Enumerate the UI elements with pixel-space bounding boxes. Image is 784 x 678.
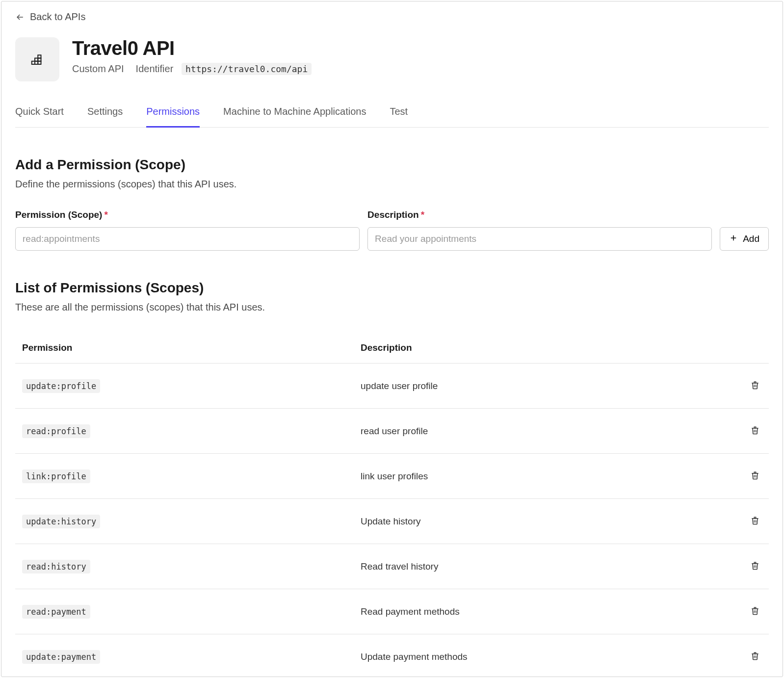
permission-description-value: Read travel history	[361, 561, 438, 572]
list-permissions-title: List of Permissions (Scopes)	[15, 280, 769, 296]
delete-button[interactable]	[748, 423, 762, 439]
back-link[interactable]: Back to APIs	[15, 11, 769, 23]
permission-scope-value: read:history	[22, 560, 90, 574]
trash-icon	[750, 520, 760, 527]
permission-scope-value: link:profile	[22, 469, 90, 483]
permission-description-value: read user profile	[361, 426, 428, 436]
api-type-icon	[15, 37, 59, 81]
add-button-label: Add	[743, 234, 759, 244]
identifier-value: https://travel0.com/api	[182, 63, 312, 75]
permission-description-value: Update history	[361, 516, 421, 526]
trash-icon	[750, 384, 760, 391]
arrow-left-icon	[15, 12, 25, 22]
table-row: update:paymentUpdate payment methods	[15, 634, 769, 677]
trash-icon	[750, 474, 760, 482]
permission-description-value: Update payment methods	[361, 652, 468, 662]
table-row: update:profileupdate user profile	[15, 364, 769, 409]
list-permissions-desc: These are all the permissions (scopes) t…	[15, 302, 769, 313]
col-description-header: Description	[361, 342, 737, 353]
table-row: link:profilelink user profiles	[15, 454, 769, 499]
tab-machine-to-machine-applications[interactable]: Machine to Machine Applications	[223, 106, 366, 127]
table-row: read:profileread user profile	[15, 409, 769, 454]
back-label: Back to APIs	[30, 11, 85, 23]
permission-scope-value: update:history	[22, 515, 100, 528]
permission-scope-value: read:payment	[22, 605, 90, 619]
description-input[interactable]	[367, 227, 712, 251]
permission-scope-label: Permission (Scope)*	[15, 209, 360, 220]
col-permission-header: Permission	[22, 342, 361, 353]
table-row: read:historyRead travel history	[15, 544, 769, 589]
tab-permissions[interactable]: Permissions	[146, 106, 200, 128]
tab-quick-start[interactable]: Quick Start	[15, 106, 64, 127]
add-permission-title: Add a Permission (Scope)	[15, 157, 769, 173]
tabs: Quick StartSettingsPermissionsMachine to…	[15, 106, 769, 128]
permission-description-value: update user profile	[361, 381, 438, 391]
delete-button[interactable]	[748, 378, 762, 393]
permission-scope-value: update:profile	[22, 379, 100, 393]
tab-settings[interactable]: Settings	[87, 106, 123, 127]
page-title: Travel0 API	[72, 37, 312, 59]
delete-button[interactable]	[748, 649, 762, 664]
trash-icon	[750, 429, 760, 437]
trash-icon	[750, 655, 760, 662]
delete-button[interactable]	[748, 604, 762, 619]
trash-icon	[750, 610, 760, 617]
delete-button[interactable]	[748, 514, 762, 529]
permission-scope-value: read:profile	[22, 424, 90, 438]
tab-test[interactable]: Test	[390, 106, 408, 127]
description-label: Description*	[367, 209, 712, 220]
plus-icon	[729, 234, 738, 245]
permission-description-value: Read payment methods	[361, 606, 460, 617]
permission-scope-input[interactable]	[15, 227, 360, 251]
api-type-label: Custom API	[72, 63, 124, 75]
add-permission-desc: Define the permissions (scopes) that thi…	[15, 179, 769, 190]
svg-rect-5	[38, 55, 41, 58]
table-row: update:historyUpdate history	[15, 499, 769, 544]
permission-scope-value: update:payment	[22, 650, 100, 664]
add-button[interactable]: Add	[720, 227, 769, 251]
delete-button[interactable]	[748, 469, 762, 484]
table-header: Permission Description	[15, 333, 769, 364]
table-row: read:paymentRead payment methods	[15, 589, 769, 634]
trash-icon	[750, 565, 760, 572]
delete-button[interactable]	[748, 559, 762, 574]
permission-description-value: link user profiles	[361, 471, 428, 481]
identifier-label: Identifier	[136, 63, 174, 74]
